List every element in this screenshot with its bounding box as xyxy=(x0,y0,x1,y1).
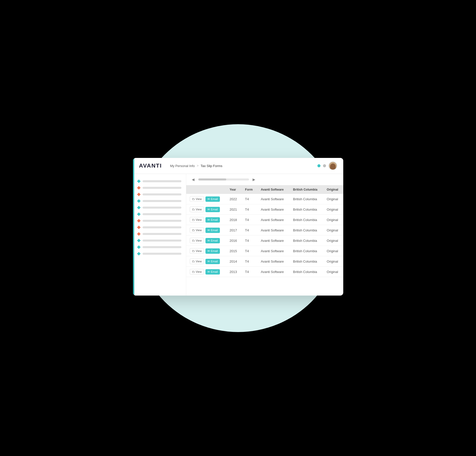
view-button[interactable]: View xyxy=(190,227,204,233)
folder-icon xyxy=(192,197,195,200)
software-cell: Avanti Software xyxy=(257,256,289,267)
sidebar-item-3[interactable] xyxy=(133,191,186,198)
sidebar-item-10[interactable] xyxy=(133,237,186,244)
view-button[interactable]: View xyxy=(190,196,204,202)
sidebar-item-11[interactable] xyxy=(133,244,186,250)
sidebar-line xyxy=(143,233,181,235)
diamond-icon xyxy=(137,186,140,190)
sidebar-line xyxy=(143,193,181,195)
view-label: View xyxy=(196,218,202,221)
email-icon xyxy=(207,249,210,253)
email-button[interactable]: Email xyxy=(205,238,220,243)
sidebar-line xyxy=(143,240,181,242)
sidebar-item-7[interactable] xyxy=(133,217,186,224)
email-icon xyxy=(207,239,210,242)
sidebar-item-5[interactable] xyxy=(133,204,186,211)
email-button[interactable]: Email xyxy=(205,269,220,275)
sidebar-item-1[interactable] xyxy=(133,178,186,185)
table-row: View Email 2015 T4 Avanti Software Briti… xyxy=(186,246,343,256)
email-icon xyxy=(207,197,210,201)
sidebar-item-9[interactable] xyxy=(133,231,186,237)
email-label: Email xyxy=(211,239,218,242)
province-cell: British Columbia xyxy=(290,246,323,256)
sidebar-item-4[interactable] xyxy=(133,198,186,204)
pagination-next[interactable]: ▶ xyxy=(251,176,257,183)
email-button[interactable]: Email xyxy=(205,228,220,233)
software-cell: Avanti Software xyxy=(257,225,289,235)
pagination-prev[interactable]: ◀ xyxy=(190,176,196,183)
email-button[interactable]: Email xyxy=(205,207,220,212)
type-cell: Original xyxy=(323,267,343,277)
view-button[interactable]: View xyxy=(190,269,204,275)
form-cell: T4 xyxy=(241,256,257,267)
action-cell: View Email xyxy=(186,256,226,267)
app-window: AVANTI My Personal Info > Tax Slip Forms xyxy=(133,158,343,296)
main-layout: ◀ ▶ Year Form Avanti So xyxy=(133,174,343,296)
software-cell: Avanti Software xyxy=(257,267,289,277)
year-cell: 2017 xyxy=(226,225,241,235)
sidebar-accent xyxy=(133,158,134,296)
col-actions xyxy=(186,185,226,194)
email-button[interactable]: Email xyxy=(205,217,220,223)
table-row: View Email 2016 T4 Avanti Software Briti… xyxy=(186,235,343,246)
type-cell: Original xyxy=(323,235,343,246)
year-cell: 2018 xyxy=(226,215,241,225)
software-cell: Avanti Software xyxy=(257,215,289,225)
email-label: Email xyxy=(211,218,218,221)
email-button[interactable]: Email xyxy=(205,259,220,264)
email-label: Email xyxy=(211,197,218,200)
sidebar-item-12[interactable] xyxy=(133,250,186,257)
diamond-icon xyxy=(137,219,140,223)
view-button[interactable]: View xyxy=(190,207,204,212)
table-wrapper: Year Form Avanti Software British Columb… xyxy=(186,185,343,277)
view-button[interactable]: View xyxy=(190,217,204,223)
view-button[interactable]: View xyxy=(190,248,204,254)
tax-slip-table: Year Form Avanti Software British Columb… xyxy=(186,185,343,277)
year-cell: 2015 xyxy=(226,246,241,256)
folder-icon xyxy=(192,249,195,252)
col-form: Form xyxy=(241,185,257,194)
email-button[interactable]: Email xyxy=(205,196,220,202)
diamond-icon xyxy=(137,193,140,196)
sidebar-item-2[interactable] xyxy=(133,185,186,191)
sidebar-line xyxy=(143,226,181,228)
breadcrumb-parent[interactable]: My Personal Info xyxy=(170,164,195,168)
software-cell: Avanti Software xyxy=(257,194,289,204)
status-dot-teal xyxy=(317,164,320,167)
view-button[interactable]: View xyxy=(190,259,204,264)
table-row: View Email 2017 T4 Avanti Software Briti… xyxy=(186,225,343,235)
content: ◀ ▶ Year Form Avanti So xyxy=(186,174,343,296)
year-cell: 2013 xyxy=(226,267,241,277)
diamond-icon xyxy=(137,212,140,216)
diamond-icon xyxy=(137,232,140,236)
col-province: British Columbia xyxy=(290,185,323,194)
sidebar-line xyxy=(143,213,181,215)
folder-icon xyxy=(192,270,195,273)
header-right xyxy=(317,161,337,170)
view-label: View xyxy=(196,270,202,273)
sidebar-item-6[interactable] xyxy=(133,211,186,217)
action-cell: View Email xyxy=(186,246,226,256)
folder-icon xyxy=(192,218,195,221)
folder-icon xyxy=(192,208,195,211)
email-button[interactable]: Email xyxy=(205,248,220,254)
action-cell: View Email xyxy=(186,204,226,215)
sidebar-item-8[interactable] xyxy=(133,224,186,231)
year-cell: 2014 xyxy=(226,256,241,267)
email-icon xyxy=(207,208,210,211)
diamond-icon xyxy=(137,252,140,256)
sidebar-line xyxy=(143,253,181,255)
view-button[interactable]: View xyxy=(190,238,204,243)
view-label: View xyxy=(196,197,202,200)
logo: AVANTI xyxy=(139,162,162,169)
software-cell: Avanti Software xyxy=(257,235,289,246)
email-label: Email xyxy=(211,208,218,211)
type-cell: Original xyxy=(323,225,343,235)
email-label: Email xyxy=(211,270,218,273)
avatar[interactable] xyxy=(329,161,337,170)
diamond-icon xyxy=(137,206,140,209)
province-cell: British Columbia xyxy=(290,256,323,267)
sidebar-line xyxy=(143,220,181,222)
view-label: View xyxy=(196,249,202,252)
table-row: View Email 2013 T4 Avanti Software Briti… xyxy=(186,267,343,277)
